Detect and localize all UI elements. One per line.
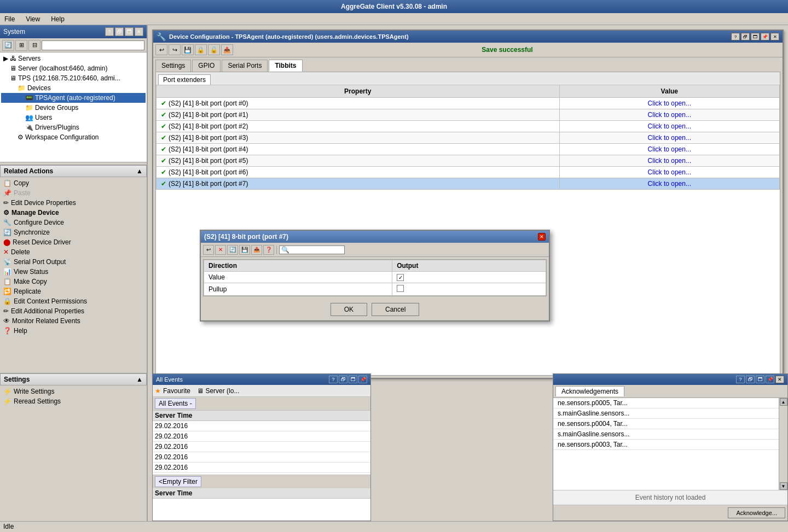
win-max-btn[interactable]: 🗖 — [751, 33, 760, 40]
panel-close-btn[interactable]: ✕ — [135, 27, 143, 36]
ack-tab[interactable]: Acknowledgements — [555, 386, 624, 396]
ack-max-btn[interactable]: 🗖 — [756, 376, 764, 383]
expand-btn[interactable]: ⊞ — [15, 40, 27, 51]
list-item[interactable]: 29.02.2016 — [153, 421, 370, 431]
action-reread-settings[interactable]: ⚡ Reread Settings — [1, 396, 146, 406]
save-btn[interactable]: 💾 — [182, 44, 194, 55]
list-item[interactable]: ne.sensors.p0005, Tar... — [553, 398, 787, 408]
list-item[interactable]: s.mainGasline.sensors... — [553, 429, 787, 440]
action-synchronize[interactable]: 🔄 Synchronize — [1, 227, 146, 237]
tab-settings[interactable]: Settings — [155, 60, 191, 72]
events-help-btn[interactable]: ? — [329, 376, 338, 383]
ack-unpin-btn[interactable]: 📌 — [766, 376, 774, 383]
tree-item-users[interactable]: 👥 Users — [1, 113, 146, 122]
win-help-btn[interactable]: ? — [731, 33, 740, 40]
tree-item-workspace[interactable]: ⚙ Workspace Configuration — [1, 132, 146, 142]
table-row[interactable]: ✔(S2) [41] 8-bit port (port #2) Click to… — [157, 121, 780, 132]
value-checkbox[interactable] — [397, 274, 404, 281]
dialog-refresh-btn[interactable]: 🔄 — [227, 245, 238, 255]
tab-serial-ports[interactable]: Serial Ports — [222, 60, 268, 72]
events-max-btn[interactable]: 🗖 — [349, 376, 357, 383]
panel-restore-btn[interactable]: 🗗 — [115, 27, 124, 36]
list-item[interactable]: ne.sensors.p0004, Tar... — [553, 419, 787, 429]
action-delete[interactable]: ✕ Delete — [1, 247, 146, 257]
collapse-btn[interactable]: ⊟ — [28, 40, 40, 51]
pullup-checkbox[interactable] — [397, 285, 404, 292]
action-serial-output[interactable]: 📡 Serial Port Output — [1, 257, 146, 267]
action-view-status[interactable]: 📊 View Status — [1, 267, 146, 277]
events-restore-btn[interactable]: 🗗 — [339, 376, 347, 383]
ack-scrollbar[interactable]: ▲ ▼ — [779, 398, 787, 490]
action-manage-device[interactable]: ⚙ Manage Device — [1, 208, 146, 218]
list-item[interactable]: 29.02.2016 — [153, 431, 370, 442]
action-edit-permissions[interactable]: 🔒 Edit Context Permissions — [1, 296, 146, 306]
export-btn[interactable]: 📤 — [221, 44, 233, 55]
tree-item-devices[interactable]: 📁 Devices — [1, 83, 146, 93]
table-row[interactable]: ✔(S2) [41] 8-bit port (port #6) Click to… — [157, 167, 780, 178]
table-row[interactable]: ✔(S2) [41] 8-bit port (port #0) Click to… — [157, 98, 780, 109]
empty-filter-btn[interactable]: <Empty Filter — [155, 476, 201, 487]
panel-max-btn[interactable]: 🗖 — [125, 27, 134, 36]
action-replicate[interactable]: 🔁 Replicate — [1, 287, 146, 296]
table-row[interactable]: ✔(S2) [41] 8-bit port (port #5) Click to… — [157, 155, 780, 167]
list-item[interactable]: 29.02.2016 — [153, 442, 370, 452]
unlock-btn[interactable]: 🔓 — [208, 44, 220, 55]
events-unpin-btn[interactable]: 📌 — [358, 376, 367, 383]
list-item[interactable]: 29.02.2016 — [153, 452, 370, 463]
sub-tab-port-extenders[interactable]: Port extenders — [158, 74, 211, 85]
settings-header[interactable]: Settings ▲ — [0, 373, 147, 385]
action-write-settings[interactable]: ⚡ Write Settings — [1, 387, 146, 396]
action-reset-driver[interactable]: ⬤ Reset Device Driver — [1, 237, 146, 247]
table-row[interactable]: ✔(S2) [41] 8-bit port (port #4) Click to… — [157, 144, 780, 155]
value-cell[interactable]: Click to open... — [559, 132, 779, 144]
cancel-button[interactable]: Cancel — [372, 303, 419, 316]
win-close-btn[interactable]: ✕ — [770, 33, 779, 40]
table-row[interactable]: ✔(S2) [41] 8-bit port (port #7) Click to… — [157, 178, 780, 190]
ack-close-btn[interactable]: ✕ — [775, 376, 784, 383]
win-unpin-btn[interactable]: 📌 — [761, 33, 769, 40]
ack-scroll-up[interactable]: ▲ — [780, 398, 787, 406]
panel-help-btn[interactable]: ? — [105, 27, 114, 36]
ack-scroll-down[interactable]: ▼ — [780, 482, 787, 490]
tree-item-server2[interactable]: 🖥 TPS (192.168.75.210:6460, admi... — [1, 73, 146, 83]
list-item[interactable]: 29.02.2016 — [153, 463, 370, 473]
action-make-copy[interactable]: 📋 Make Copy — [1, 277, 146, 287]
menu-file[interactable]: File — [2, 14, 17, 24]
ok-button[interactable]: OK — [331, 303, 367, 316]
value-cell[interactable]: Click to open... — [559, 109, 779, 121]
dialog-save-btn[interactable]: 💾 — [239, 245, 250, 255]
action-copy[interactable]: 📋 Copy — [1, 178, 146, 188]
dialog-export-btn[interactable]: 📤 — [251, 245, 262, 255]
menu-help[interactable]: Help — [49, 14, 67, 24]
refresh-btn[interactable]: 🔄 — [2, 40, 14, 51]
tab-tibbits[interactable]: Tibbits — [269, 60, 302, 72]
all-events-filter-btn[interactable]: All Events - — [155, 398, 196, 409]
list-item[interactable]: s.mainGasline.sensors... — [553, 408, 787, 419]
ack-help-btn[interactable]: ? — [736, 376, 745, 383]
tree-item-tpsagent[interactable]: 📟 TPSAgent (auto-registered) — [1, 93, 146, 103]
dialog-search-input[interactable] — [279, 245, 345, 254]
back-btn[interactable]: ↩ — [155, 44, 167, 55]
tree-item-servers[interactable]: ▶ 🖧 Servers — [1, 54, 146, 63]
action-configure[interactable]: 🔧 Configure Device — [1, 218, 146, 227]
dialog-undo-btn[interactable]: ↩ — [203, 245, 214, 255]
tree-item-drivers[interactable]: 🔌 Drivers/Plugins — [1, 122, 146, 132]
value-cell[interactable]: Click to open... — [559, 98, 779, 109]
tree-item-server1[interactable]: 🖥 Server (localhost:6460, admin) — [1, 63, 146, 73]
win-restore-btn[interactable]: 🗗 — [741, 33, 750, 40]
tab-gpio[interactable]: GPIO — [192, 60, 221, 72]
value-cell[interactable]: Click to open... — [559, 144, 779, 155]
action-edit-props[interactable]: ✏ Edit Device Properties — [1, 198, 146, 208]
acknowledge-button[interactable]: Acknowledge... — [728, 507, 785, 518]
dialog-delete-btn[interactable]: ✕ — [215, 245, 226, 255]
lock-btn[interactable]: 🔒 — [195, 44, 207, 55]
dialog-help-btn[interactable]: ❓ — [263, 245, 274, 255]
search-input[interactable] — [42, 40, 144, 50]
tree-item-device-groups[interactable]: 📁 Device Groups — [1, 103, 146, 113]
related-actions-header[interactable]: Related Actions ▲ — [0, 165, 147, 177]
value-cell[interactable]: Click to open... — [559, 178, 779, 190]
ack-restore-btn[interactable]: 🗗 — [746, 376, 755, 383]
value-cell[interactable]: Click to open... — [559, 167, 779, 178]
value-cell[interactable]: Click to open... — [559, 155, 779, 167]
action-help[interactable]: ❓ Help — [1, 326, 146, 336]
